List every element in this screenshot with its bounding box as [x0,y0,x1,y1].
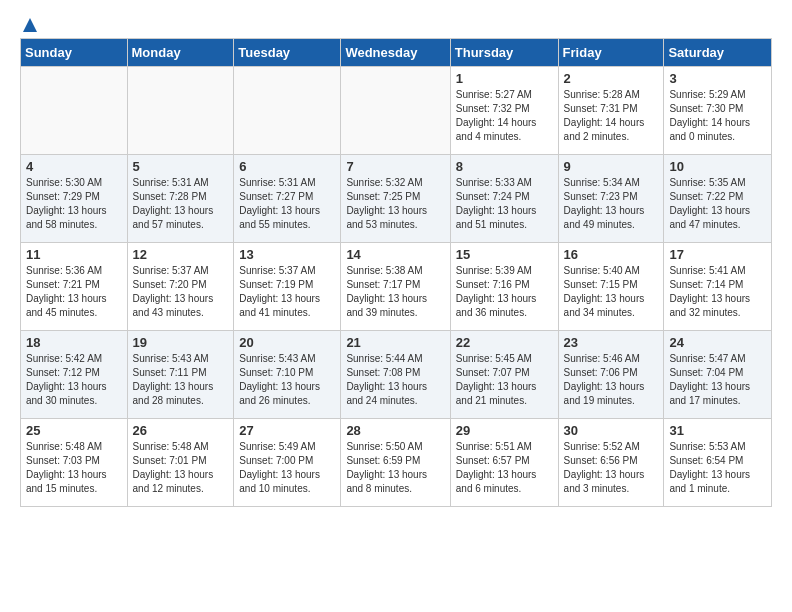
calendar-cell: 15Sunrise: 5:39 AM Sunset: 7:16 PM Dayli… [450,243,558,331]
logo [20,16,40,30]
calendar-cell: 11Sunrise: 5:36 AM Sunset: 7:21 PM Dayli… [21,243,128,331]
day-number: 29 [456,423,553,438]
calendar-week-row: 1Sunrise: 5:27 AM Sunset: 7:32 PM Daylig… [21,67,772,155]
day-info: Sunrise: 5:53 AM Sunset: 6:54 PM Dayligh… [669,440,766,496]
day-info: Sunrise: 5:29 AM Sunset: 7:30 PM Dayligh… [669,88,766,144]
day-info: Sunrise: 5:42 AM Sunset: 7:12 PM Dayligh… [26,352,122,408]
day-info: Sunrise: 5:45 AM Sunset: 7:07 PM Dayligh… [456,352,553,408]
day-info: Sunrise: 5:27 AM Sunset: 7:32 PM Dayligh… [456,88,553,144]
weekday-header: Wednesday [341,39,450,67]
calendar-week-row: 18Sunrise: 5:42 AM Sunset: 7:12 PM Dayli… [21,331,772,419]
day-info: Sunrise: 5:48 AM Sunset: 7:03 PM Dayligh… [26,440,122,496]
day-info: Sunrise: 5:28 AM Sunset: 7:31 PM Dayligh… [564,88,659,144]
calendar-week-row: 4Sunrise: 5:30 AM Sunset: 7:29 PM Daylig… [21,155,772,243]
day-info: Sunrise: 5:36 AM Sunset: 7:21 PM Dayligh… [26,264,122,320]
day-number: 15 [456,247,553,262]
day-number: 30 [564,423,659,438]
calendar-cell [127,67,234,155]
day-info: Sunrise: 5:37 AM Sunset: 7:19 PM Dayligh… [239,264,335,320]
page-header [20,16,772,30]
day-number: 13 [239,247,335,262]
calendar-cell: 1Sunrise: 5:27 AM Sunset: 7:32 PM Daylig… [450,67,558,155]
calendar-cell [234,67,341,155]
calendar-cell: 9Sunrise: 5:34 AM Sunset: 7:23 PM Daylig… [558,155,664,243]
calendar-cell: 17Sunrise: 5:41 AM Sunset: 7:14 PM Dayli… [664,243,772,331]
day-number: 14 [346,247,444,262]
calendar-cell: 31Sunrise: 5:53 AM Sunset: 6:54 PM Dayli… [664,419,772,507]
day-info: Sunrise: 5:44 AM Sunset: 7:08 PM Dayligh… [346,352,444,408]
day-info: Sunrise: 5:43 AM Sunset: 7:11 PM Dayligh… [133,352,229,408]
day-number: 5 [133,159,229,174]
day-number: 10 [669,159,766,174]
calendar-cell: 21Sunrise: 5:44 AM Sunset: 7:08 PM Dayli… [341,331,450,419]
weekday-header: Saturday [664,39,772,67]
day-info: Sunrise: 5:31 AM Sunset: 7:28 PM Dayligh… [133,176,229,232]
calendar-cell: 6Sunrise: 5:31 AM Sunset: 7:27 PM Daylig… [234,155,341,243]
day-number: 3 [669,71,766,86]
calendar-cell: 30Sunrise: 5:52 AM Sunset: 6:56 PM Dayli… [558,419,664,507]
day-number: 18 [26,335,122,350]
day-number: 28 [346,423,444,438]
day-number: 22 [456,335,553,350]
day-number: 25 [26,423,122,438]
calendar-cell: 19Sunrise: 5:43 AM Sunset: 7:11 PM Dayli… [127,331,234,419]
day-number: 1 [456,71,553,86]
day-info: Sunrise: 5:30 AM Sunset: 7:29 PM Dayligh… [26,176,122,232]
calendar-cell [341,67,450,155]
day-info: Sunrise: 5:34 AM Sunset: 7:23 PM Dayligh… [564,176,659,232]
calendar-cell: 28Sunrise: 5:50 AM Sunset: 6:59 PM Dayli… [341,419,450,507]
day-info: Sunrise: 5:38 AM Sunset: 7:17 PM Dayligh… [346,264,444,320]
day-number: 4 [26,159,122,174]
day-info: Sunrise: 5:51 AM Sunset: 6:57 PM Dayligh… [456,440,553,496]
calendar-week-row: 25Sunrise: 5:48 AM Sunset: 7:03 PM Dayli… [21,419,772,507]
day-number: 27 [239,423,335,438]
svg-marker-0 [23,18,37,32]
day-number: 12 [133,247,229,262]
day-number: 20 [239,335,335,350]
calendar-cell: 2Sunrise: 5:28 AM Sunset: 7:31 PM Daylig… [558,67,664,155]
calendar-cell: 25Sunrise: 5:48 AM Sunset: 7:03 PM Dayli… [21,419,128,507]
day-number: 11 [26,247,122,262]
day-number: 9 [564,159,659,174]
day-number: 26 [133,423,229,438]
day-number: 7 [346,159,444,174]
day-number: 31 [669,423,766,438]
day-number: 6 [239,159,335,174]
day-info: Sunrise: 5:49 AM Sunset: 7:00 PM Dayligh… [239,440,335,496]
weekday-header: Friday [558,39,664,67]
calendar-cell: 22Sunrise: 5:45 AM Sunset: 7:07 PM Dayli… [450,331,558,419]
day-info: Sunrise: 5:35 AM Sunset: 7:22 PM Dayligh… [669,176,766,232]
day-number: 17 [669,247,766,262]
calendar-cell: 7Sunrise: 5:32 AM Sunset: 7:25 PM Daylig… [341,155,450,243]
weekday-header: Thursday [450,39,558,67]
day-info: Sunrise: 5:31 AM Sunset: 7:27 PM Dayligh… [239,176,335,232]
day-number: 19 [133,335,229,350]
day-number: 2 [564,71,659,86]
calendar-header-row: SundayMondayTuesdayWednesdayThursdayFrid… [21,39,772,67]
calendar-cell: 4Sunrise: 5:30 AM Sunset: 7:29 PM Daylig… [21,155,128,243]
day-info: Sunrise: 5:47 AM Sunset: 7:04 PM Dayligh… [669,352,766,408]
calendar-cell: 26Sunrise: 5:48 AM Sunset: 7:01 PM Dayli… [127,419,234,507]
calendar-cell [21,67,128,155]
day-info: Sunrise: 5:50 AM Sunset: 6:59 PM Dayligh… [346,440,444,496]
day-number: 23 [564,335,659,350]
day-info: Sunrise: 5:43 AM Sunset: 7:10 PM Dayligh… [239,352,335,408]
weekday-header: Monday [127,39,234,67]
calendar-week-row: 11Sunrise: 5:36 AM Sunset: 7:21 PM Dayli… [21,243,772,331]
calendar-cell: 23Sunrise: 5:46 AM Sunset: 7:06 PM Dayli… [558,331,664,419]
calendar-cell: 3Sunrise: 5:29 AM Sunset: 7:30 PM Daylig… [664,67,772,155]
calendar-cell: 5Sunrise: 5:31 AM Sunset: 7:28 PM Daylig… [127,155,234,243]
calendar-cell: 29Sunrise: 5:51 AM Sunset: 6:57 PM Dayli… [450,419,558,507]
calendar-cell: 10Sunrise: 5:35 AM Sunset: 7:22 PM Dayli… [664,155,772,243]
day-info: Sunrise: 5:46 AM Sunset: 7:06 PM Dayligh… [564,352,659,408]
calendar-cell: 8Sunrise: 5:33 AM Sunset: 7:24 PM Daylig… [450,155,558,243]
calendar-cell: 13Sunrise: 5:37 AM Sunset: 7:19 PM Dayli… [234,243,341,331]
day-info: Sunrise: 5:41 AM Sunset: 7:14 PM Dayligh… [669,264,766,320]
day-info: Sunrise: 5:52 AM Sunset: 6:56 PM Dayligh… [564,440,659,496]
day-number: 21 [346,335,444,350]
day-number: 24 [669,335,766,350]
weekday-header: Sunday [21,39,128,67]
calendar-cell: 14Sunrise: 5:38 AM Sunset: 7:17 PM Dayli… [341,243,450,331]
day-info: Sunrise: 5:40 AM Sunset: 7:15 PM Dayligh… [564,264,659,320]
day-info: Sunrise: 5:33 AM Sunset: 7:24 PM Dayligh… [456,176,553,232]
